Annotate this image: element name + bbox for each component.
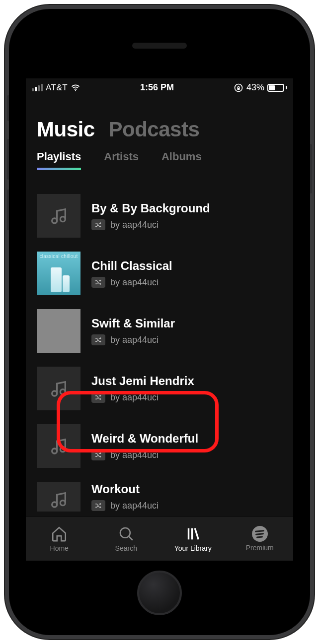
music-note-icon bbox=[49, 379, 69, 398]
home-icon bbox=[51, 525, 68, 542]
playlist-cover bbox=[37, 482, 80, 512]
playlist-byline: by aap44uci bbox=[110, 335, 159, 345]
status-bar: AT&T 1:56 PM 43% bbox=[26, 78, 293, 95]
clock-label: 1:56 PM bbox=[140, 82, 174, 93]
playlist-list[interactable]: By & By Background by aap44uci classical… bbox=[26, 172, 293, 512]
shuffle-icon bbox=[91, 500, 105, 511]
playlist-row[interactable]: classical chillout Chill Classical by aa… bbox=[37, 245, 282, 302]
playlist-cover: classical chillout bbox=[37, 252, 80, 295]
shuffle-icon bbox=[91, 450, 105, 460]
playlist-title: Workout bbox=[91, 482, 159, 496]
library-subtabs: Playlists Artists Albums bbox=[26, 150, 293, 172]
playlist-row[interactable]: Weird & Wonderful by aap44uci bbox=[37, 417, 282, 475]
nav-label: Home bbox=[50, 544, 69, 552]
subtab-artists[interactable]: Artists bbox=[104, 150, 139, 168]
spotify-icon bbox=[252, 526, 268, 542]
phone-frame: AT&T 1:56 PM 43% Music Podcasts bbox=[5, 5, 314, 639]
music-note-icon bbox=[49, 206, 69, 226]
playlist-cover bbox=[37, 194, 80, 238]
svg-point-11 bbox=[120, 527, 130, 537]
shuffle-icon bbox=[91, 334, 105, 345]
playlist-cover bbox=[37, 309, 80, 353]
playlist-row[interactable]: Swift & Similar by aap44uci bbox=[37, 302, 282, 360]
shuffle-icon bbox=[91, 392, 105, 403]
bottom-nav: Home Search Your Library Premium bbox=[26, 516, 293, 561]
subtab-playlists[interactable]: Playlists bbox=[37, 150, 81, 168]
nav-search[interactable]: Search bbox=[93, 516, 160, 561]
nav-label: Your Library bbox=[174, 544, 212, 552]
speaker-grille bbox=[132, 43, 187, 49]
playlist-title: Chill Classical bbox=[91, 259, 172, 273]
playlist-byline: by aap44uci bbox=[110, 220, 159, 230]
nav-premium[interactable]: Premium bbox=[227, 516, 294, 561]
tab-podcasts[interactable]: Podcasts bbox=[109, 118, 200, 141]
nav-home[interactable]: Home bbox=[26, 516, 93, 561]
search-icon bbox=[118, 525, 135, 542]
svg-rect-2 bbox=[237, 88, 239, 90]
carrier-label: AT&T bbox=[46, 83, 68, 93]
playlist-title: By & By Background bbox=[91, 201, 210, 215]
battery-percent-label: 43% bbox=[246, 82, 264, 93]
playlist-byline: by aap44uci bbox=[110, 277, 159, 288]
cell-signal-icon bbox=[32, 84, 43, 91]
library-icon bbox=[184, 525, 201, 542]
nav-label: Search bbox=[115, 544, 137, 552]
playlist-byline: by aap44uci bbox=[110, 450, 159, 460]
music-note-icon bbox=[49, 436, 69, 456]
playlist-row[interactable]: Workout by aap44uci bbox=[37, 475, 282, 512]
music-note-icon bbox=[49, 490, 69, 510]
playlist-title: Just Jemi Hendrix bbox=[91, 374, 194, 388]
playlist-cover bbox=[37, 424, 80, 468]
nav-your-library[interactable]: Your Library bbox=[160, 516, 227, 561]
svg-point-0 bbox=[75, 90, 76, 91]
shuffle-icon bbox=[91, 219, 105, 230]
library-type-tabs: Music Podcasts bbox=[26, 95, 293, 150]
playlist-title: Weird & Wonderful bbox=[91, 432, 198, 446]
wifi-icon bbox=[71, 83, 80, 93]
shuffle-icon bbox=[91, 277, 105, 288]
playlist-cover bbox=[37, 367, 80, 410]
playlist-title: Swift & Similar bbox=[91, 317, 175, 330]
playlist-row[interactable]: By & By Background by aap44uci bbox=[37, 187, 282, 245]
playlist-row[interactable]: Just Jemi Hendrix by aap44uci bbox=[37, 360, 282, 417]
subtab-albums[interactable]: Albums bbox=[161, 150, 202, 168]
cover-text: classical chillout bbox=[37, 254, 80, 259]
nav-label: Premium bbox=[246, 544, 274, 552]
screen: AT&T 1:56 PM 43% Music Podcasts bbox=[26, 78, 293, 561]
playlist-byline: by aap44uci bbox=[110, 501, 159, 511]
tab-music[interactable]: Music bbox=[37, 118, 95, 141]
home-button[interactable] bbox=[137, 571, 182, 615]
rotation-lock-icon bbox=[234, 83, 243, 93]
playlist-byline: by aap44uci bbox=[110, 392, 159, 403]
battery-icon bbox=[267, 84, 287, 92]
